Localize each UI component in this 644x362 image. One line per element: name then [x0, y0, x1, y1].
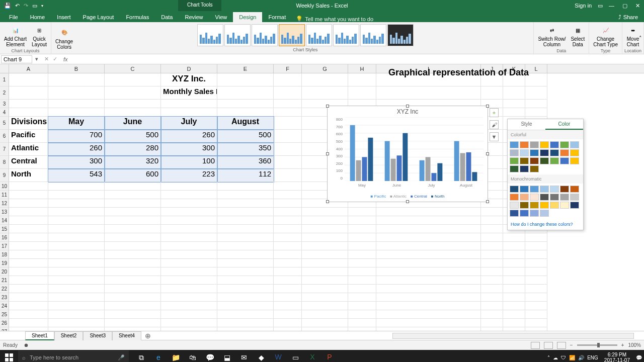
- color-swatch[interactable]: [570, 149, 579, 156]
- cell[interactable]: [105, 73, 161, 86]
- cell[interactable]: [376, 242, 481, 250]
- color-help-link[interactable]: How do I change these colors?: [508, 219, 583, 230]
- cell[interactable]: [525, 276, 547, 285]
- cell[interactable]: [525, 242, 547, 250]
- cell[interactable]: [161, 191, 217, 199]
- cell[interactable]: 543: [48, 169, 105, 182]
- cell[interactable]: [105, 191, 161, 199]
- popup-tab-color[interactable]: Color: [545, 119, 583, 130]
- row-header[interactable]: 8: [0, 156, 9, 169]
- tab-page-layout[interactable]: Page Layout: [77, 12, 120, 22]
- cell[interactable]: [9, 302, 48, 310]
- cell[interactable]: 350: [217, 143, 274, 156]
- cell[interactable]: [48, 267, 105, 276]
- share-button[interactable]: ⤴ Share: [612, 12, 644, 22]
- chart-style-thumb[interactable]: [387, 24, 414, 46]
- cell[interactable]: [161, 199, 217, 208]
- cell[interactable]: North: [9, 169, 48, 182]
- cell[interactable]: [481, 242, 503, 250]
- cell[interactable]: [274, 259, 302, 267]
- cell[interactable]: Atlantic: [9, 143, 48, 156]
- cell[interactable]: [348, 327, 376, 331]
- cell[interactable]: [274, 233, 302, 242]
- cell[interactable]: [302, 208, 348, 216]
- color-swatch[interactable]: [550, 157, 559, 164]
- cell[interactable]: [217, 302, 274, 310]
- cell[interactable]: [9, 182, 48, 191]
- cell[interactable]: [9, 285, 48, 293]
- cell[interactable]: [348, 73, 376, 86]
- cell[interactable]: [9, 327, 48, 331]
- cell[interactable]: [376, 233, 481, 242]
- cell[interactable]: [48, 319, 105, 327]
- row-header[interactable]: 17: [0, 242, 9, 250]
- cell[interactable]: [217, 319, 274, 327]
- macro-record-icon[interactable]: ⏺: [24, 342, 29, 348]
- color-swatch[interactable]: [530, 186, 539, 193]
- cell[interactable]: [503, 327, 525, 331]
- row-header[interactable]: 25: [0, 310, 9, 319]
- color-swatch[interactable]: [570, 141, 579, 148]
- cell[interactable]: [217, 293, 274, 302]
- cell[interactable]: [376, 293, 481, 302]
- color-swatch[interactable]: [570, 157, 579, 164]
- cell[interactable]: [217, 242, 274, 250]
- change-chart-type-button[interactable]: 📈 Change Chart Type: [591, 23, 620, 48]
- cell[interactable]: 223: [161, 169, 217, 182]
- edge-icon[interactable]: e: [150, 350, 167, 362]
- color-swatch[interactable]: [510, 186, 519, 193]
- cell[interactable]: [48, 73, 105, 86]
- normal-view-button[interactable]: [531, 342, 540, 349]
- cell[interactable]: [105, 86, 161, 100]
- cell[interactable]: [348, 216, 376, 225]
- powerpoint-icon[interactable]: P: [321, 350, 338, 362]
- spreadsheet-grid[interactable]: ABCDEFGHIJKL 1XYZ Inc.2Monthly Sales Rep…: [0, 64, 644, 331]
- color-swatch[interactable]: [530, 194, 539, 201]
- cell[interactable]: [302, 285, 348, 293]
- chart-filters-button[interactable]: ▼: [490, 132, 499, 141]
- cell[interactable]: [348, 302, 376, 310]
- cell[interactable]: [274, 225, 302, 233]
- tray-clock[interactable]: 6:29 PM 2017-11-07: [601, 352, 633, 362]
- tab-view[interactable]: View: [209, 12, 233, 22]
- cell[interactable]: [481, 302, 503, 310]
- cell[interactable]: [302, 310, 348, 319]
- color-swatch[interactable]: [520, 149, 529, 156]
- cell[interactable]: [525, 293, 547, 302]
- cell[interactable]: [9, 216, 48, 225]
- cell[interactable]: [48, 216, 105, 225]
- row-header[interactable]: 19: [0, 259, 9, 267]
- cell[interactable]: [525, 267, 547, 276]
- tray-chevron-up-icon[interactable]: ˄: [547, 355, 550, 360]
- cell[interactable]: [481, 233, 503, 242]
- cell[interactable]: [481, 293, 503, 302]
- cell[interactable]: [503, 285, 525, 293]
- cell[interactable]: 260: [48, 143, 105, 156]
- cell[interactable]: [376, 327, 481, 331]
- cell[interactable]: [376, 216, 481, 225]
- cell[interactable]: 500: [105, 130, 161, 143]
- cell[interactable]: [348, 208, 376, 216]
- cell[interactable]: [274, 319, 302, 327]
- file-explorer-icon[interactable]: 📁: [167, 350, 184, 362]
- color-swatch[interactable]: [550, 141, 559, 148]
- cell[interactable]: [105, 250, 161, 259]
- row-header[interactable]: 15: [0, 225, 9, 233]
- task-view-icon[interactable]: ⧉: [133, 350, 150, 362]
- cell[interactable]: [376, 250, 481, 259]
- cell[interactable]: [525, 86, 547, 100]
- sheet-tab[interactable]: Sheet2: [54, 331, 84, 340]
- cell[interactable]: [274, 310, 302, 319]
- color-swatch[interactable]: [510, 194, 519, 201]
- cell[interactable]: [274, 242, 302, 250]
- chart-plot-area[interactable]: [345, 117, 484, 181]
- sheet-tab[interactable]: Sheet1: [25, 331, 54, 340]
- cell[interactable]: [274, 130, 302, 143]
- cell[interactable]: [105, 293, 161, 302]
- color-swatch[interactable]: [550, 202, 559, 209]
- mic-icon[interactable]: 🎤: [118, 354, 125, 361]
- chart-style-thumb[interactable]: [197, 24, 223, 46]
- cell[interactable]: [161, 225, 217, 233]
- cell[interactable]: [503, 86, 525, 100]
- cell[interactable]: [217, 250, 274, 259]
